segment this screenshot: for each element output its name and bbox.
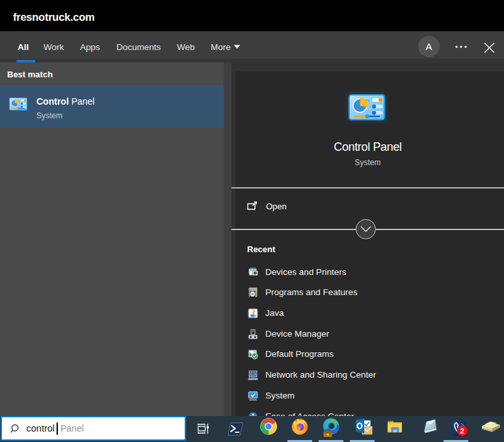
svg-text:2: 2 [460, 427, 464, 435]
